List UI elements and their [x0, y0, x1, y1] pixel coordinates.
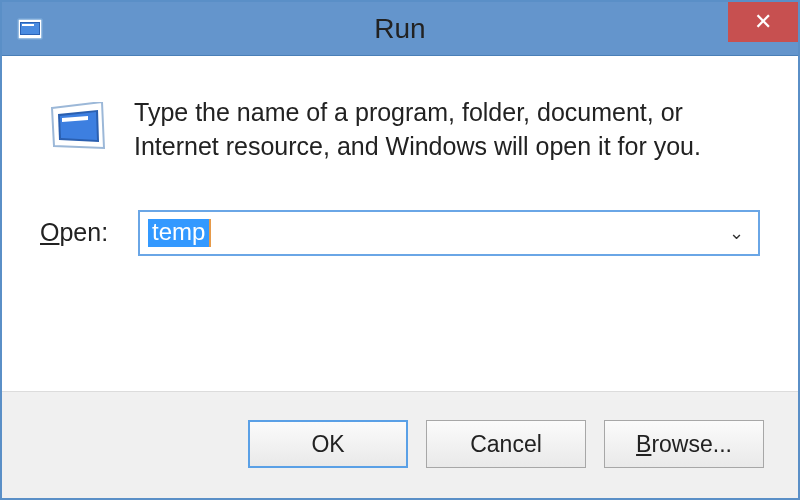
browse-button[interactable]: Browse...: [604, 420, 764, 468]
titlebar[interactable]: Run ✕: [2, 2, 798, 56]
ok-button[interactable]: OK: [248, 420, 408, 468]
description-row: Type the name of a program, folder, docu…: [40, 96, 760, 164]
chevron-down-icon: ⌄: [729, 222, 744, 244]
dialog-body: Type the name of a program, folder, docu…: [2, 56, 798, 391]
close-icon: ✕: [754, 9, 772, 35]
window-title: Run: [374, 13, 425, 45]
cancel-button-label: Cancel: [470, 431, 542, 458]
text-caret: [209, 219, 211, 247]
run-body-icon: [46, 102, 108, 158]
svg-marker-6: [60, 112, 97, 140]
run-dialog: Run ✕ Type the name of a program, folder…: [0, 0, 800, 500]
description-text: Type the name of a program, folder, docu…: [134, 96, 760, 164]
run-title-icon: [16, 17, 44, 41]
browse-button-label: Browse...: [636, 431, 732, 458]
cancel-button[interactable]: Cancel: [426, 420, 586, 468]
open-input-value: temp: [148, 219, 209, 247]
button-bar: OK Cancel Browse...: [2, 391, 798, 498]
open-combobox[interactable]: temp ⌄: [138, 210, 760, 256]
ok-button-label: OK: [311, 431, 344, 458]
open-label: Open:: [40, 218, 120, 247]
svg-rect-3: [22, 24, 34, 26]
close-button[interactable]: ✕: [728, 2, 798, 42]
open-row: Open: temp ⌄: [40, 210, 760, 256]
